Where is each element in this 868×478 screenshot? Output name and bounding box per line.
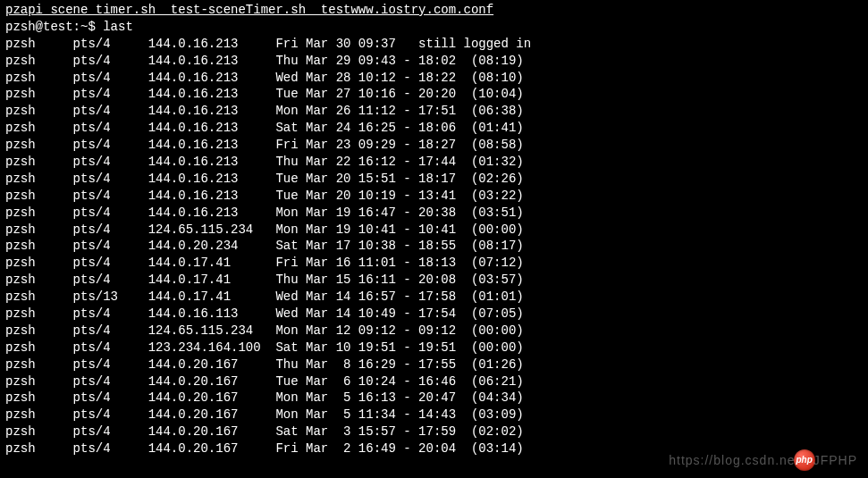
login-record: pzsh pts/4 124.65.115.234 Mon Mar 19 10:… bbox=[5, 222, 863, 239]
login-record: pzsh pts/4 144.0.16.113 Wed Mar 14 10:49… bbox=[5, 306, 863, 323]
login-record: pzsh pts/13 144.0.17.41 Wed Mar 14 16:57… bbox=[5, 289, 863, 306]
login-record: pzsh pts/4 144.0.16.213 Thu Mar 22 16:12… bbox=[5, 154, 863, 171]
shell-prompt: pzsh@test:~$ bbox=[5, 20, 103, 34]
login-record: pzsh pts/4 144.0.16.213 Sat Mar 24 16:25… bbox=[5, 120, 863, 137]
login-record: pzsh pts/4 144.0.17.41 Fri Mar 16 11:01 … bbox=[5, 255, 863, 272]
login-record: pzsh pts/4 124.65.115.234 Mon Mar 12 09:… bbox=[5, 323, 863, 340]
login-record: pzsh pts/4 144.0.16.213 Mon Mar 26 11:12… bbox=[5, 103, 863, 120]
watermark-text-left: https://blog.csdn.ne bbox=[669, 452, 795, 469]
login-record: pzsh pts/4 144.0.20.167 Mon Mar 5 16:13 … bbox=[5, 390, 863, 407]
login-record: pzsh pts/4 144.0.20.167 Tue Mar 6 10:24 … bbox=[5, 373, 863, 390]
login-record: pzsh pts/4 144.0.20.234 Sat Mar 17 10:38… bbox=[5, 238, 863, 255]
last-output: pzsh pts/4 144.0.16.213 Fri Mar 30 09:37… bbox=[5, 36, 863, 457]
login-record: pzsh pts/4 144.0.20.167 Mon Mar 5 11:34 … bbox=[5, 407, 863, 423]
login-record: pzsh pts/4 144.0.16.213 Tue Mar 20 15:51… bbox=[5, 171, 863, 188]
login-record: pzsh pts/4 144.0.16.213 Tue Mar 20 10:19… bbox=[5, 188, 863, 205]
login-record: pzsh pts/4 144.0.16.213 Mon Mar 19 16:47… bbox=[5, 205, 863, 222]
login-record: pzsh pts/4 144.0.16.213 Thu Mar 29 09:43… bbox=[5, 53, 863, 70]
login-record: pzsh pts/4 144.0.16.213 Fri Mar 23 09:29… bbox=[5, 137, 863, 154]
command-text: last bbox=[103, 20, 133, 34]
login-record: pzsh pts/4 144.0.20.167 Sat Mar 3 15:57 … bbox=[5, 423, 863, 440]
login-record: pzsh pts/4 144.0.16.213 Fri Mar 30 09:37… bbox=[5, 36, 863, 53]
login-record: pzsh pts/4 144.0.20.167 Thu Mar 8 16:29 … bbox=[5, 356, 863, 373]
watermark: https://blog.csdn.ne php JFPHP bbox=[669, 449, 857, 471]
file-list-line: pzapi_scene_timer.sh test-sceneTimer.sh … bbox=[5, 2, 863, 19]
login-record: pzsh pts/4 144.0.16.213 Tue Mar 27 10:16… bbox=[5, 86, 863, 103]
login-record: pzsh pts/4 123.234.164.100 Sat Mar 10 19… bbox=[5, 340, 863, 356]
login-record: pzsh pts/4 144.0.16.213 Wed Mar 28 10:12… bbox=[5, 70, 863, 87]
php-badge-icon: php bbox=[794, 449, 815, 471]
prompt-line: pzsh@test:~$ last bbox=[5, 19, 863, 36]
watermark-text-right: JFPHP bbox=[813, 452, 857, 469]
login-record: pzsh pts/4 144.0.17.41 Thu Mar 15 16:11 … bbox=[5, 272, 863, 289]
